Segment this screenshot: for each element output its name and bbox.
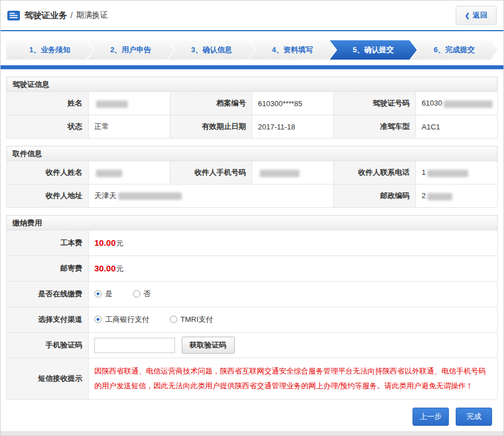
- recipient-phone-label: 收件人联系电话: [334, 161, 416, 185]
- table-row: 选择支付渠道 工商银行支付 TMRI支付: [7, 307, 498, 333]
- radio-channel-tmri[interactable]: TMRI支付: [170, 315, 214, 325]
- wizard-steps: 1、业务须知 2、用户申告 3、确认信息 4、资料填写 5、确认提交 6、完成提…: [1, 40, 503, 60]
- production-fee-unit: 元: [116, 239, 123, 248]
- verification-code-input[interactable]: [94, 338, 175, 353]
- sms-notice-label: 短信接收提示: [7, 358, 89, 400]
- radio-online-payment-no[interactable]: 否: [133, 289, 151, 299]
- table-row: 手机验证码 获取验证码: [7, 333, 498, 358]
- valid-until-label: 有效期止日期: [170, 115, 252, 139]
- file-number-label: 档案编号: [170, 92, 252, 115]
- payment-channel-options: 工商银行支付 TMRI支付: [88, 307, 497, 333]
- file-number-value: 610300****85: [252, 92, 334, 115]
- redacted-value: [96, 100, 128, 108]
- recipient-phone-value: 1: [416, 161, 498, 185]
- section-header-license-info: 驾驶证信息: [6, 77, 498, 92]
- postal-code-label: 邮政编码: [334, 185, 416, 208]
- redacted-value: [118, 192, 182, 200]
- license-number-label: 驾驶证号码: [334, 92, 416, 115]
- production-fee-label: 工本费: [7, 230, 89, 256]
- verification-code-cell: 获取验证码: [88, 333, 497, 358]
- breadcrumb-separator: /: [70, 11, 73, 20]
- table-row: 姓名 档案编号 610300****85 驾驶证号码 61030: [7, 92, 498, 115]
- table-row: 工本费 10.00元: [7, 230, 498, 256]
- vehicle-class-label: 准驾车型: [334, 115, 416, 139]
- redacted-value: [427, 193, 452, 200]
- valid-until-value: 2017-11-18: [252, 115, 334, 139]
- mailing-fee-amount: 30.00: [94, 263, 116, 273]
- steps-accent-bar: [1, 65, 503, 69]
- recipient-address-label: 收件人地址: [7, 185, 89, 208]
- recipient-name-value: [89, 161, 170, 185]
- vehicle-class-value: A1C1: [416, 115, 498, 139]
- step-6-complete-submit[interactable]: 6、完成提交: [411, 40, 498, 60]
- breadcrumb-current: 期满换证: [76, 10, 108, 20]
- production-fee-amount: 10.00: [94, 238, 116, 248]
- radio-icon: [170, 316, 177, 323]
- verification-code-label: 手机验证码: [7, 333, 89, 358]
- redacted-value: [260, 170, 299, 177]
- get-verification-code-button[interactable]: 获取验证码: [182, 337, 235, 354]
- redacted-value: [96, 170, 122, 177]
- back-button[interactable]: ❮ 返回: [456, 6, 497, 25]
- license-info-table: 姓名 档案编号 610300****85 驾驶证号码 61030 状态 正常 有…: [6, 91, 498, 139]
- name-label: 姓名: [7, 92, 89, 115]
- table-row: 是否在线缴费 是 否: [7, 282, 498, 307]
- page: 驾驶证业务 / 期满换证 ❮ 返回 1、业务须知 2、用户申告 3、确认信息 4…: [0, 0, 504, 436]
- table-row: 收件人地址 天津天 邮政编码 2: [7, 185, 498, 208]
- redacted-value: [427, 170, 468, 177]
- main-content: 驾驶证信息 姓名 档案编号 610300****85 驾驶证号码 61030 状…: [1, 77, 503, 426]
- chevron-left-icon: ❮: [465, 12, 470, 19]
- page-header: 驾驶证业务 / 期满换证 ❮ 返回: [1, 1, 503, 31]
- step-2-user-declaration[interactable]: 2、用户申告: [87, 40, 174, 60]
- step-5-confirm-submit[interactable]: 5、确认提交: [330, 40, 416, 60]
- fees-table: 工本费 10.00元 邮寄费 30.00元 是否在线缴费 是 否 选择支付渠道: [6, 230, 498, 400]
- bottom-strip: [1, 431, 503, 435]
- sms-notice-text: 因陕西省联通、电信运营商技术问题，陕西省互联网交通安全综合服务管理平台无法向持陕…: [94, 367, 486, 390]
- radio-icon: [94, 290, 102, 297]
- radio-online-payment-yes[interactable]: 是: [94, 289, 113, 299]
- mailing-fee-value: 30.00元: [88, 256, 497, 282]
- step-1-business-notice[interactable]: 1、业务须知: [6, 40, 93, 60]
- mailing-fee-label: 邮寄费: [7, 256, 89, 282]
- back-button-label: 返回: [473, 10, 488, 20]
- page-title: 驾驶证业务: [24, 10, 67, 21]
- document-list-icon: [7, 11, 20, 20]
- table-row: 状态 正常 有效期止日期 2017-11-18 准驾车型 A1C1: [7, 115, 498, 139]
- table-row: 短信接收提示 因陕西省联通、电信运营商技术问题，陕西省互联网交通安全综合服务管理…: [7, 358, 498, 400]
- section-header-pickup-info: 取件信息: [6, 146, 498, 161]
- radio-channel-icbc[interactable]: 工商银行支付: [94, 315, 149, 325]
- recipient-mobile-label: 收件人手机号码: [170, 161, 252, 185]
- name-value: [89, 92, 170, 115]
- recipient-name-label: 收件人姓名: [7, 161, 89, 185]
- payment-channel-label: 选择支付渠道: [7, 307, 89, 333]
- finish-button[interactable]: 完成: [456, 408, 492, 426]
- previous-step-button[interactable]: 上一步: [413, 408, 449, 426]
- online-payment-label: 是否在线缴费: [7, 282, 89, 307]
- section-header-fees: 缴纳费用: [6, 215, 498, 230]
- step-4-fill-materials[interactable]: 4、资料填写: [249, 40, 336, 60]
- footer-actions: 上一步 完成: [6, 400, 498, 426]
- radio-icon: [94, 316, 102, 323]
- online-payment-options: 是 否: [88, 282, 497, 307]
- postal-code-value: 2: [416, 185, 498, 208]
- radio-icon: [133, 290, 140, 297]
- mailing-fee-unit: 元: [116, 265, 123, 273]
- redacted-value: [444, 100, 493, 108]
- table-row: 收件人姓名 收件人手机号码 收件人联系电话 1: [7, 161, 498, 185]
- status-label: 状态: [7, 115, 89, 139]
- pickup-info-table: 收件人姓名 收件人手机号码 收件人联系电话 1 收件人地址 天津天 邮政编码 2: [6, 161, 498, 208]
- recipient-address-value: 天津天: [89, 185, 334, 208]
- step-3-confirm-info[interactable]: 3、确认信息: [168, 40, 255, 60]
- license-number-value: 61030: [416, 92, 498, 115]
- table-row: 邮寄费 30.00元: [7, 256, 498, 282]
- status-value: 正常: [89, 115, 170, 139]
- production-fee-value: 10.00元: [88, 230, 497, 256]
- sms-notice-cell: 因陕西省联通、电信运营商技术问题，陕西省互联网交通安全综合服务管理平台无法向持陕…: [88, 358, 497, 400]
- recipient-mobile-value: [252, 161, 334, 185]
